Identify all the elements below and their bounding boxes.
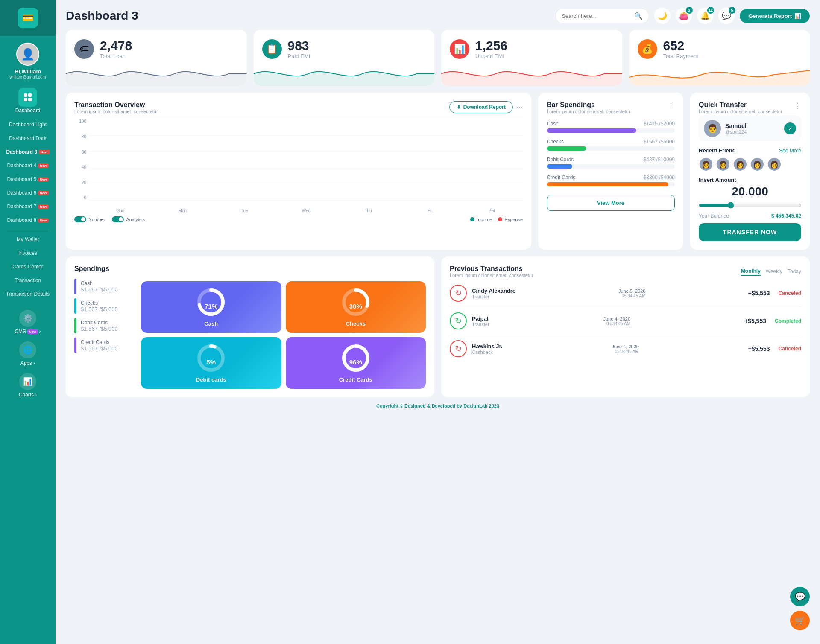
sidebar-profile: 👤 Hi,William william@gmail.com: [6, 36, 50, 86]
sidebar-section-apps[interactable]: 🌐 Apps ›: [0, 338, 56, 370]
sidebar-item-dashboard4[interactable]: Dashboard 4New: [0, 159, 56, 172]
tab-today[interactable]: Today: [788, 268, 801, 275]
stat-wave-unpaid-emi: [441, 62, 622, 86]
txn-info-cindy: Cindy Alexandro Transfer: [472, 288, 516, 299]
charts-icon: 📊: [19, 373, 36, 390]
friend-avatar-3[interactable]: 👩: [733, 157, 747, 172]
legend-toggle-analytics[interactable]: [112, 216, 124, 222]
amount-slider[interactable]: [699, 202, 801, 209]
fab-support-button[interactable]: 💬: [790, 587, 810, 606]
avatar: 👤: [16, 43, 39, 66]
legend-analytics: Analytics: [112, 216, 145, 222]
dashboard-label: Dashboard: [15, 108, 41, 114]
transaction-overview-title: Transaction Overview: [74, 101, 158, 109]
dashboard-icon[interactable]: [18, 88, 37, 107]
chart-legend: Number Analytics Income Expense: [74, 216, 523, 222]
stat-label-paid-emi: Paid EMI: [288, 53, 310, 59]
friend-avatar-2[interactable]: 👩: [716, 157, 730, 172]
stat-icon-total-payment: 💰: [638, 39, 657, 59]
donut-label-cash: Cash: [204, 321, 218, 327]
tab-weekly[interactable]: Weekly: [766, 268, 782, 275]
chat-btn[interactable]: 💬 5: [718, 8, 735, 24]
fab-cart-button[interactable]: 🛒: [790, 611, 810, 630]
balance-row: Your Balance $ 456,345.62: [699, 213, 801, 219]
sidebar-item-invoices[interactable]: Invoices: [0, 246, 56, 260]
footer: Copyright © Designed & Developed by Dexi…: [66, 397, 810, 409]
txn-date-paipal: June 4, 2020 05:34:45 AM: [603, 316, 630, 326]
legend-toggle-number[interactable]: [74, 216, 86, 222]
transfer-user-name: Samuel: [725, 122, 747, 129]
friend-avatar-4[interactable]: 👩: [750, 157, 764, 172]
stat-label-loan: Total Loan: [100, 53, 132, 59]
svg-rect-0: [24, 93, 27, 97]
donut-cash: 71% Cash: [141, 281, 281, 333]
txn-date-hawkins: June 4, 2020 05:34:45 AM: [612, 344, 639, 354]
transaction-overview-actions: ⬇ Download Report ···: [449, 101, 523, 113]
generate-report-button[interactable]: Generate Report 📊: [740, 9, 810, 23]
svg-rect-2: [24, 98, 27, 101]
chart-bars-container: [90, 119, 523, 200]
bell-btn[interactable]: 🔔 12: [697, 8, 713, 24]
main-content: Dashboard 3 🔍 🌙 👛 2 🔔 12 💬 5 Generate Re…: [56, 0, 820, 644]
badge-new-5: New: [38, 177, 48, 182]
stat-label-unpaid-emi: Unpaid EMI: [475, 53, 507, 59]
sidebar-item-dashboard7[interactable]: Dashboard 7New: [0, 200, 56, 213]
txn-date-cindy: June 5, 2020 05:34:45 AM: [618, 288, 646, 298]
moon-btn[interactable]: 🌙: [654, 8, 671, 24]
quick-transfer-header: Quick Transfer Lorem ipsum dolor sit ame…: [699, 101, 801, 114]
spending-list-credit: Credit Cards $1,567 /$5,000: [74, 338, 134, 353]
search-input[interactable]: [562, 13, 631, 19]
sidebar-section-charts[interactable]: 📊 Charts ›: [0, 370, 56, 401]
donut-pct-cash: 71%: [205, 302, 217, 309]
badge-new-7: New: [38, 204, 48, 209]
quick-transfer-more-button[interactable]: ⋮: [794, 101, 801, 111]
friend-avatar-1[interactable]: 👩: [699, 157, 713, 172]
sidebar-item-dashboard-dark[interactable]: Dashboard Dark: [0, 131, 56, 145]
sidebar-item-dashboard-light[interactable]: Dashboard Light: [0, 118, 56, 131]
friend-avatar-5[interactable]: 👩: [767, 157, 782, 172]
txn-info-hawkins: Hawkins Jr. Cashback: [472, 343, 503, 355]
sidebar-logo: 💳: [0, 0, 56, 36]
sidebar-item-my-wallet[interactable]: My Wallet: [0, 233, 56, 246]
transaction-overview-card: Transaction Overview Lorem ipsum dolor s…: [66, 93, 531, 250]
tab-monthly[interactable]: Monthly: [741, 267, 761, 276]
transaction-overview-header: Transaction Overview Lorem ipsum dolor s…: [74, 101, 523, 114]
sidebar-item-dashboard8[interactable]: Dashboard 8New: [0, 213, 56, 227]
sidebar-item-dashboard5[interactable]: Dashboard 5New: [0, 172, 56, 186]
donut-grid: 71% Cash 30% Checks: [141, 281, 426, 389]
stat-number-paid-emi: 983: [288, 38, 310, 53]
insert-amount-label: Insert Amount: [699, 177, 801, 183]
txn-status-hawkins: Canceled: [779, 346, 801, 352]
sidebar-item-cards-center[interactable]: Cards Center: [0, 260, 56, 274]
bar-spendings-more-button[interactable]: ⋮: [667, 101, 675, 111]
middle-row: Transaction Overview Lorem ipsum dolor s…: [66, 93, 810, 250]
color-bar-credit: [74, 338, 76, 353]
sidebar-item-transaction-details[interactable]: Transaction Details: [0, 287, 56, 301]
sidebar-item-transaction[interactable]: Transaction: [0, 274, 56, 287]
friend-avatars: 👩 👩 👩 👩 👩: [699, 157, 801, 172]
prev-transactions-title: Previous Transactions: [450, 265, 533, 273]
balance-amount: $ 456,345.62: [771, 213, 801, 219]
transaction-more-button[interactable]: ···: [516, 103, 523, 112]
chart-grid-area: [90, 119, 523, 200]
chart-y-labels: 100 80 60 40 20 0: [74, 119, 86, 200]
spending-row-debit: Debit Cards $487 /$10000: [547, 157, 675, 169]
apps-icon: 🌐: [19, 341, 36, 358]
bar-chart-icon: 📊: [794, 13, 801, 19]
stat-wave-total-payment: [629, 62, 810, 86]
sidebar-item-dashboard6[interactable]: Dashboard 6New: [0, 186, 56, 200]
wallet-btn[interactable]: 👛 2: [676, 8, 692, 24]
transfer-now-button[interactable]: TRANSFER NOW: [699, 223, 801, 241]
spending-list-checks: Checks $1,567 /$5,000: [74, 298, 134, 314]
header: Dashboard 3 🔍 🌙 👛 2 🔔 12 💬 5 Generate Re…: [66, 0, 810, 30]
table-row: ↻ Cindy Alexandro Transfer June 5, 2020 …: [450, 280, 801, 307]
transfer-check-icon: ✓: [784, 122, 796, 134]
view-more-button[interactable]: View More: [547, 195, 675, 211]
download-report-button[interactable]: ⬇ Download Report: [449, 101, 513, 113]
spending-list-cash: Cash $1,567 /$5,000: [74, 279, 134, 294]
stat-number-unpaid-emi: 1,256: [475, 38, 507, 53]
sidebar-section-cms[interactable]: ⚙️ CMSNew›: [0, 306, 56, 338]
logo-icon: 💳: [18, 8, 38, 28]
see-more-link[interactable]: See More: [779, 148, 801, 154]
sidebar-item-dashboard3[interactable]: Dashboard 3New: [0, 145, 56, 159]
